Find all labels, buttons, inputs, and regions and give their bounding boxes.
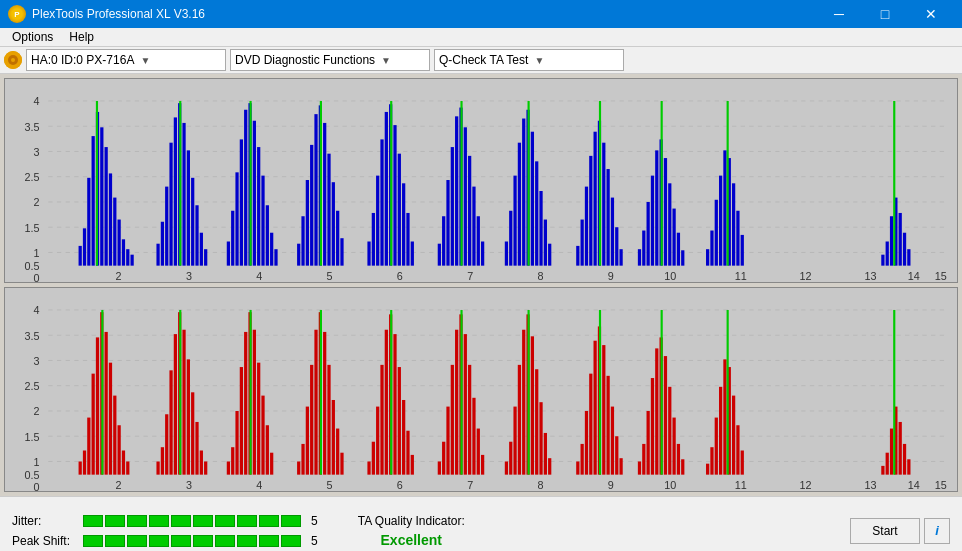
svg-rect-307 xyxy=(715,418,718,475)
svg-text:4: 4 xyxy=(256,270,262,282)
peakshift-bars xyxy=(83,535,301,547)
svg-point-2 xyxy=(11,58,15,62)
svg-rect-265 xyxy=(472,398,475,475)
svg-rect-44 xyxy=(122,239,125,265)
svg-rect-306 xyxy=(710,447,713,474)
svg-text:11: 11 xyxy=(735,479,747,491)
svg-rect-105 xyxy=(468,156,471,266)
svg-text:1: 1 xyxy=(34,247,40,259)
test-dropdown[interactable]: Q-Check TA Test ▼ xyxy=(434,49,624,71)
svg-rect-55 xyxy=(187,150,190,265)
svg-rect-122 xyxy=(576,246,579,266)
menu-help[interactable]: Help xyxy=(61,28,102,46)
svg-text:9: 9 xyxy=(608,479,614,491)
svg-rect-70 xyxy=(266,205,269,265)
jitter-bar-4 xyxy=(149,515,169,527)
svg-text:0.5: 0.5 xyxy=(25,260,40,272)
svg-rect-98 xyxy=(438,244,441,266)
svg-rect-156 xyxy=(881,255,884,266)
svg-rect-261 xyxy=(455,330,458,475)
svg-rect-225 xyxy=(244,332,247,475)
svg-rect-161 xyxy=(903,233,906,266)
svg-rect-297 xyxy=(655,349,658,475)
svg-text:7: 7 xyxy=(467,270,473,282)
svg-rect-253 xyxy=(402,400,405,475)
svg-rect-206 xyxy=(126,462,129,475)
svg-rect-63 xyxy=(235,172,238,265)
svg-rect-75 xyxy=(301,216,304,265)
svg-rect-290 xyxy=(615,436,618,474)
svg-rect-99 xyxy=(442,216,445,265)
minimize-button[interactable]: ─ xyxy=(816,0,862,28)
svg-text:2: 2 xyxy=(116,270,122,282)
window-controls: ─ □ ✕ xyxy=(816,0,954,28)
svg-rect-197 xyxy=(87,418,90,475)
svg-rect-36 xyxy=(87,178,90,266)
peakshift-bar-7 xyxy=(215,535,235,547)
svg-rect-259 xyxy=(446,407,449,475)
svg-text:7: 7 xyxy=(467,479,473,491)
svg-rect-108 xyxy=(481,242,484,266)
svg-rect-284 xyxy=(589,374,592,475)
svg-rect-209 xyxy=(161,447,164,474)
svg-rect-247 xyxy=(376,407,379,475)
svg-text:3: 3 xyxy=(186,479,192,491)
svg-rect-300 xyxy=(668,387,671,475)
svg-rect-64 xyxy=(240,139,243,265)
svg-rect-210 xyxy=(165,414,168,474)
peakshift-bar-10 xyxy=(281,535,301,547)
svg-rect-56 xyxy=(191,178,194,266)
jitter-bar-1 xyxy=(83,515,103,527)
drive-dropdown[interactable]: HA:0 ID:0 PX-716A ▼ xyxy=(26,49,226,71)
svg-rect-218 xyxy=(200,451,203,475)
svg-text:12: 12 xyxy=(800,270,812,282)
svg-rect-234 xyxy=(301,444,304,475)
top-chart: 4 3.5 3 2.5 2 1.5 1 0.5 0 2 3 4 5 6 7 xyxy=(4,78,958,283)
svg-rect-86 xyxy=(367,242,370,266)
svg-rect-204 xyxy=(118,425,121,474)
svg-text:14: 14 xyxy=(908,479,920,491)
maximize-button[interactable]: □ xyxy=(862,0,908,28)
charts-area: 4 3.5 3 2.5 2 1.5 1 0.5 0 2 3 4 5 6 7 xyxy=(0,74,962,496)
jitter-bar-7 xyxy=(215,515,235,527)
svg-rect-80 xyxy=(323,123,326,266)
jitter-bar-3 xyxy=(127,515,147,527)
svg-rect-228 xyxy=(257,363,260,475)
svg-rect-320 xyxy=(903,444,906,475)
svg-rect-316 xyxy=(886,453,889,475)
svg-rect-241 xyxy=(332,400,335,475)
svg-text:4: 4 xyxy=(34,95,40,107)
svg-text:15: 15 xyxy=(935,479,947,491)
svg-rect-114 xyxy=(522,119,525,266)
close-button[interactable]: ✕ xyxy=(908,0,954,28)
svg-rect-216 xyxy=(191,392,194,474)
svg-text:12: 12 xyxy=(800,479,812,491)
app-window: P PlexTools Professional XL V3.16 ─ □ ✕ … xyxy=(0,0,962,551)
svg-rect-40 xyxy=(105,147,108,266)
svg-rect-153 xyxy=(736,211,739,266)
svg-rect-45 xyxy=(126,249,129,265)
svg-rect-65 xyxy=(244,110,247,266)
svg-rect-315 xyxy=(881,466,884,475)
svg-rect-248 xyxy=(380,365,383,475)
info-button[interactable]: i xyxy=(924,518,950,544)
function-dropdown[interactable]: DVD Diagnostic Functions ▼ xyxy=(230,49,430,71)
svg-rect-246 xyxy=(372,442,375,475)
svg-rect-124 xyxy=(585,187,588,266)
start-button[interactable]: Start xyxy=(850,518,920,544)
jitter-bar-8 xyxy=(237,515,257,527)
svg-rect-198 xyxy=(92,374,95,475)
jitter-bar-6 xyxy=(193,515,213,527)
peakshift-bar-2 xyxy=(105,535,125,547)
svg-rect-308 xyxy=(719,387,722,475)
jitter-label: Jitter: xyxy=(12,514,77,528)
svg-text:2: 2 xyxy=(116,479,122,491)
svg-rect-72 xyxy=(274,249,277,265)
svg-text:6: 6 xyxy=(397,479,403,491)
menu-options[interactable]: Options xyxy=(4,28,61,46)
jitter-bar-10 xyxy=(281,515,301,527)
svg-rect-48 xyxy=(156,244,159,266)
ta-label: TA Quality Indicator: xyxy=(358,514,465,528)
svg-rect-255 xyxy=(411,455,414,475)
top-chart-svg: 4 3.5 3 2.5 2 1.5 1 0.5 0 2 3 4 5 6 7 xyxy=(5,79,957,282)
